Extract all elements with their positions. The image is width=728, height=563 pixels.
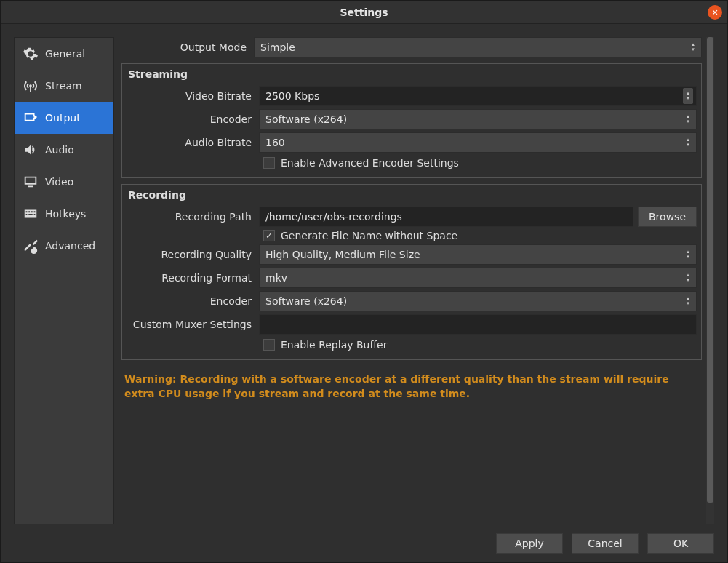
recording-encoder-label: Encoder (127, 295, 255, 307)
recording-format-select[interactable]: mkv ▴▾ (259, 268, 697, 288)
recording-quality-label: Recording Quality (127, 249, 255, 260)
recording-format-value: mkv (265, 272, 287, 284)
muxer-label: Custom Muxer Settings (127, 319, 255, 330)
content-area: General Stream Output Audio Video Hotkey… (1, 24, 727, 524)
browse-button[interactable]: Browse (638, 207, 697, 227)
replay-buffer-checkbox-row[interactable]: Enable Replay Buffer (263, 339, 697, 351)
speaker-icon (22, 141, 39, 159)
warning-text: Warning: Recording with a software encod… (121, 366, 702, 402)
audio-bitrate-label: Audio Bitrate (127, 137, 255, 148)
checkbox-checked-icon[interactable] (263, 230, 275, 241)
output-mode-value: Simple (260, 41, 295, 53)
advanced-encoder-checkbox-row[interactable]: Enable Advanced Encoder Settings (263, 157, 697, 169)
apply-button[interactable]: Apply (496, 533, 563, 554)
advanced-encoder-checkbox-label: Enable Advanced Encoder Settings (281, 157, 459, 169)
main-panel: Output Mode Simple ▴▾ Streaming Video Bi… (121, 37, 714, 524)
spinner-arrows-icon[interactable]: ▴▾ (683, 88, 693, 104)
keyboard-icon (22, 205, 39, 223)
chevron-updown-icon: ▴▾ (683, 270, 693, 286)
chevron-updown-icon: ▴▾ (683, 293, 693, 309)
sidebar-item-label: Video (45, 176, 73, 188)
recording-path-value: /home/user/obs-recordings (265, 211, 402, 223)
recording-quality-value: High Quality, Medium File Size (265, 249, 420, 260)
generate-filename-checkbox-row[interactable]: Generate File Name without Space (263, 230, 697, 241)
streaming-encoder-label: Encoder (127, 113, 255, 125)
output-mode-label: Output Mode (121, 41, 249, 53)
streaming-encoder-select[interactable]: Software (x264) ▴▾ (259, 109, 697, 129)
sidebar-item-audio[interactable]: Audio (15, 134, 113, 166)
scrollbar-thumb[interactable] (707, 37, 713, 503)
streaming-encoder-value: Software (x264) (265, 113, 347, 125)
video-bitrate-label: Video Bitrate (127, 90, 255, 102)
close-icon: ✕ (711, 8, 718, 17)
window-title: Settings (340, 7, 388, 18)
sidebar-item-advanced[interactable]: Advanced (15, 230, 113, 262)
generate-filename-label: Generate File Name without Space (281, 230, 457, 241)
replay-buffer-label: Enable Replay Buffer (281, 339, 387, 351)
checkbox-icon[interactable] (263, 339, 275, 351)
cancel-button[interactable]: Cancel (572, 533, 639, 554)
output-mode-row: Output Mode Simple ▴▾ (121, 37, 702, 57)
recording-path-label: Recording Path (127, 211, 255, 223)
chevron-updown-icon: ▴▾ (688, 39, 698, 55)
recording-group-title: Recording (127, 189, 697, 201)
muxer-input[interactable] (259, 314, 697, 335)
settings-window: Settings ✕ General Stream Output Audio (0, 0, 728, 563)
streaming-group: Streaming Video Bitrate 2500 Kbps ▴▾ Enc… (121, 63, 702, 178)
main-scrollbar[interactable] (706, 37, 714, 524)
chevron-updown-icon: ▴▾ (683, 111, 693, 127)
output-mode-select[interactable]: Simple ▴▾ (254, 37, 702, 57)
monitor-icon (22, 173, 39, 191)
recording-path-input[interactable]: /home/user/obs-recordings (259, 207, 633, 227)
sidebar-item-hotkeys[interactable]: Hotkeys (15, 198, 113, 230)
sidebar-item-general[interactable]: General (15, 38, 113, 70)
tools-icon (22, 237, 39, 255)
gear-icon (22, 45, 39, 63)
recording-quality-select[interactable]: High Quality, Medium File Size ▴▾ (259, 244, 697, 265)
sidebar-item-label: Hotkeys (45, 208, 86, 220)
recording-encoder-value: Software (x264) (265, 295, 347, 307)
checkbox-icon[interactable] (263, 157, 275, 169)
antenna-icon (22, 77, 39, 95)
audio-bitrate-value: 160 (265, 137, 285, 148)
recording-group: Recording Recording Path /home/user/obs-… (121, 184, 702, 360)
chevron-updown-icon: ▴▾ (683, 135, 693, 151)
sidebar-item-label: Stream (45, 80, 82, 92)
audio-bitrate-select[interactable]: 160 ▴▾ (259, 132, 697, 153)
streaming-group-title: Streaming (127, 68, 697, 80)
titlebar: Settings ✕ (1, 1, 727, 24)
sidebar-item-label: General (45, 48, 85, 60)
ok-button[interactable]: OK (647, 533, 714, 554)
sidebar-item-label: Audio (45, 144, 74, 156)
sidebar-item-video[interactable]: Video (15, 166, 113, 198)
recording-format-label: Recording Format (127, 272, 255, 284)
recording-encoder-select[interactable]: Software (x264) ▴▾ (259, 291, 697, 311)
footer: Apply Cancel OK (1, 524, 727, 562)
close-button[interactable]: ✕ (708, 5, 722, 20)
sidebar: General Stream Output Audio Video Hotkey… (14, 37, 114, 524)
video-bitrate-input[interactable]: 2500 Kbps ▴▾ (259, 86, 697, 106)
output-icon (22, 109, 39, 127)
sidebar-item-label: Output (45, 112, 81, 124)
chevron-updown-icon: ▴▾ (683, 247, 693, 263)
sidebar-item-stream[interactable]: Stream (15, 70, 113, 102)
video-bitrate-value: 2500 Kbps (265, 90, 319, 102)
sidebar-item-label: Advanced (45, 240, 95, 252)
sidebar-item-output[interactable]: Output (15, 102, 113, 134)
